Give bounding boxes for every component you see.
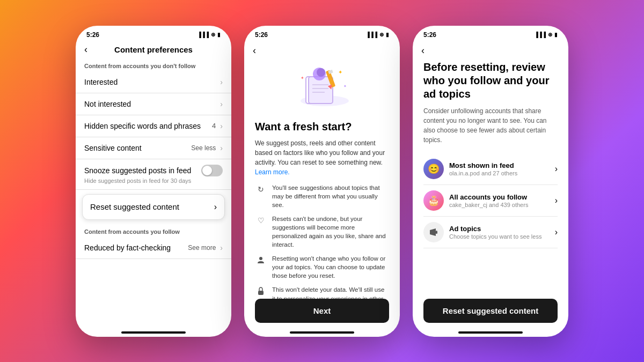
- sensitive-chevron: ›: [220, 144, 223, 152]
- svg-text:✦: ✦: [301, 76, 304, 80]
- phone-1: 5:26 ▐▐▐ ⊛ ▮ ‹ Content preferences Conte…: [76, 26, 231, 337]
- sensitive-label: Sensitive content: [84, 144, 142, 152]
- reset-highlighted-item[interactable]: Reset suggested content ›: [82, 194, 225, 220]
- account-sub-all-accounts: cake_baker_cj and 439 others: [449, 202, 550, 208]
- phone1-header: ‹ Content preferences: [76, 41, 231, 58]
- reset-label: Reset suggested content: [90, 202, 179, 211]
- phone2-header: ‹: [244, 41, 400, 61]
- svg-point-10: [317, 68, 325, 77]
- heart-icon: ♡: [255, 215, 267, 226]
- avatar-emoji-2: 🎂: [423, 190, 444, 211]
- account-item-most-shown[interactable]: 😊 Most shown in feed ola.in.a.pod and 27…: [423, 153, 558, 185]
- snooze-toggle[interactable]: [201, 165, 223, 176]
- review-desc: Consider unfollowing accounts that share…: [423, 106, 558, 145]
- feature-item-4: This won't delete your data. We'll still…: [255, 285, 389, 298]
- most-shown-chevron: ›: [555, 164, 558, 174]
- back-arrow-3[interactable]: ‹: [421, 45, 425, 56]
- svg-rect-16: [436, 231, 437, 234]
- fresh-start-desc: We suggest posts, reels and other conten…: [255, 138, 389, 177]
- status-icons-3: ▐▐▐ ⊛ ▮: [535, 32, 558, 38]
- fresh-start-desc-text: We suggest posts, reels and other conten…: [255, 139, 385, 166]
- account-item-ad-topics[interactable]: Ad topics Choose topics you want to see …: [423, 217, 558, 248]
- wifi-icon-2: ⊛: [379, 32, 384, 38]
- account-info-ad-topics: Ad topics Choose topics you want to see …: [449, 225, 550, 240]
- home-indicator-3: [458, 331, 523, 334]
- account-name-ad-topics: Ad topics: [449, 225, 550, 233]
- snooze-item: Snooze suggested posts in feed Hide sugg…: [76, 159, 231, 190]
- time-3: 5:26: [423, 31, 436, 39]
- feature-text-1: You'll see suggestions about topics that…: [272, 183, 389, 209]
- signal-icon: ▐▐▐: [197, 32, 209, 38]
- phone1-title: Content preferences: [114, 45, 193, 54]
- svg-text:✦: ✦: [338, 69, 342, 75]
- feature-item-2: ♡ Resets can't be undone, but your sugge…: [255, 215, 389, 249]
- account-item-all-accounts[interactable]: 🎂 All accounts you follow cake_baker_cj …: [423, 185, 558, 217]
- signal-icon-3: ▐▐▐: [535, 32, 546, 38]
- feature-text-2: Resets can't be undone, but your suggest…: [272, 215, 389, 249]
- svg-point-14: [259, 257, 262, 260]
- hidden-words-chevron: ›: [220, 122, 223, 130]
- account-sub-ad-topics: Choose topics you want to see less: [449, 233, 550, 240]
- lock-icon: [255, 285, 267, 297]
- account-sub-most-shown: ola.in.a.pod and 27 others: [449, 170, 550, 176]
- ad-topics-chevron: ›: [555, 227, 558, 237]
- menu-item-hidden-words[interactable]: Hidden specific words and phrases 4 ›: [76, 115, 231, 137]
- all-accounts-chevron: ›: [555, 196, 558, 205]
- feature-item-1: ↻ You'll see suggestions about topics th…: [255, 183, 389, 209]
- menu-item-fact-checking[interactable]: Reduced by fact-checking See more ›: [76, 237, 231, 259]
- account-info-all-accounts: All accounts you follow cake_baker_cj an…: [449, 193, 550, 208]
- fact-check-label: Reduced by fact-checking: [84, 243, 171, 252]
- phone-3: 5:26 ▐▐▐ ⊛ ▮ ‹ Before resetting, review …: [413, 26, 568, 337]
- reset-button-container: Reset suggested content: [413, 299, 568, 331]
- feature-item-3: Resetting won't change who you follow or…: [255, 254, 389, 280]
- section-label-1: Content from accounts you don't follow: [76, 58, 231, 71]
- wifi-icon-3: ⊛: [548, 32, 552, 38]
- snooze-sublabel: Hide suggested posts in feed for 30 days: [84, 178, 223, 184]
- menu-item-interested[interactable]: Interested ›: [76, 71, 231, 93]
- not-interested-label: Not interested: [84, 100, 131, 108]
- reset-chevron: ›: [214, 202, 217, 212]
- section-label-2: Content from accounts you follow: [76, 224, 231, 237]
- avatar-emoji-1: 😊: [423, 159, 444, 179]
- battery-icon: ▮: [217, 32, 221, 38]
- wifi-icon: ⊛: [211, 32, 215, 38]
- svg-text:✦: ✦: [343, 84, 347, 88]
- menu-item-sensitive[interactable]: Sensitive content See less ›: [76, 137, 231, 159]
- review-content: Before resetting, review who you follow …: [413, 61, 568, 299]
- snooze-label: Snooze suggested posts in feed: [84, 166, 191, 175]
- ad-icon: [423, 222, 444, 242]
- next-button[interactable]: Next: [255, 299, 389, 323]
- feature-text-3: Resetting won't change who you follow or…: [272, 254, 389, 280]
- review-title: Before resetting, review who you follow …: [423, 61, 558, 101]
- account-name-all-accounts: All accounts you follow: [449, 193, 550, 201]
- time-2: 5:26: [255, 31, 268, 39]
- interested-chevron: ›: [220, 78, 223, 86]
- not-interested-chevron: ›: [220, 100, 223, 108]
- avatar-most-shown: 😊: [423, 159, 444, 179]
- fact-check-chevron: ›: [220, 243, 223, 252]
- status-bar-3: 5:26 ▐▐▐ ⊛ ▮: [413, 26, 568, 41]
- hidden-words-badge: 4: [212, 122, 216, 130]
- fact-check-see-label: See more: [188, 244, 216, 252]
- menu-item-not-interested[interactable]: Not interested ›: [76, 93, 231, 115]
- learn-more-link[interactable]: Learn more.: [255, 168, 290, 176]
- status-bar-2: 5:26 ▐▐▐ ⊛ ▮: [244, 26, 400, 41]
- interested-label: Interested: [84, 78, 118, 86]
- account-info-most-shown: Most shown in feed ola.in.a.pod and 27 o…: [449, 161, 550, 176]
- back-arrow-1[interactable]: ‹: [84, 44, 87, 55]
- fresh-start-content: ✦ ✦ ✦ Want a fresh start? We suggest pos…: [244, 61, 400, 299]
- next-button-container: Next: [244, 299, 400, 331]
- avatar-all-accounts: 🎂: [423, 190, 444, 211]
- account-name-most-shown: Most shown in feed: [449, 161, 550, 169]
- reset-button[interactable]: Reset suggested content: [423, 299, 558, 323]
- signal-icon-2: ▐▐▐: [366, 32, 377, 38]
- phone-2: 5:26 ▐▐▐ ⊛ ▮ ‹: [244, 26, 400, 337]
- time-1: 5:26: [86, 31, 99, 39]
- refresh-icon: ↻: [255, 183, 267, 195]
- status-icons-2: ▐▐▐ ⊛ ▮: [366, 32, 389, 38]
- back-arrow-2[interactable]: ‹: [253, 45, 256, 56]
- status-icons-1: ▐▐▐ ⊛ ▮: [197, 32, 221, 38]
- person-icon: [255, 254, 267, 266]
- home-indicator-2: [290, 331, 354, 334]
- fresh-start-illustration: ✦ ✦ ✦: [290, 61, 354, 114]
